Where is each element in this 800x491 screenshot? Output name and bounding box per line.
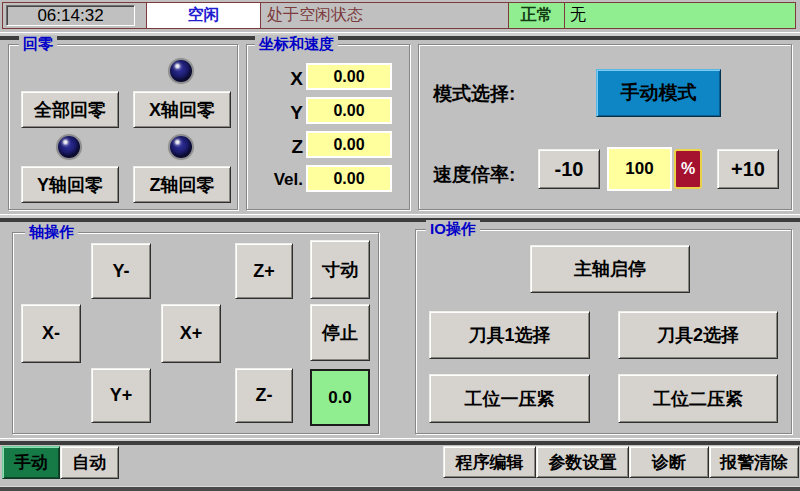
x-home-led-icon [168,58,194,84]
jog-x-plus-button[interactable]: X+ [161,304,221,363]
mode-select-label: 模式选择: [433,81,515,107]
axis-panel-title: 轴操作 [25,223,78,241]
jog-y-plus-button[interactable]: Y+ [91,368,151,423]
jog-x-minus-button[interactable]: X- [21,304,81,363]
home-y-button[interactable]: Y轴回零 [21,166,119,203]
y-axis-label: Y [269,102,303,124]
jog-z-plus-button[interactable]: Z+ [235,243,293,299]
io-panel-title: IO操作 [426,220,480,238]
jog-y-minus-button[interactable]: Y- [91,243,151,299]
divider-middle [0,214,800,222]
axis-panel: 轴操作 Y- Z+ 寸动 X- X+ 停止 Y+ Z- 0.0 [12,232,379,434]
spindle-toggle-button[interactable]: 主轴启停 [530,245,690,293]
home-z-button[interactable]: Z轴回零 [133,166,231,203]
machine-state-badge: 空闲 [146,3,261,28]
velocity-label: Vel. [249,170,303,190]
velocity-display: 0.00 [306,165,392,192]
jog-z-minus-button[interactable]: Z- [235,368,293,423]
z-home-led-icon [168,134,194,160]
home-x-button[interactable]: X轴回零 [133,91,231,128]
override-decrease-button[interactable]: -10 [538,149,600,189]
auto-mode-tab[interactable]: 自动 [60,446,119,479]
override-increase-button[interactable]: +10 [717,149,779,189]
coords-panel-title: 坐标和速度 [255,35,338,53]
speed-override-label: 速度倍率: [433,162,515,188]
io-panel: IO操作 主轴启停 刀具1选择 刀具2选择 工位一压紧 工位二压紧 [415,229,792,434]
alarm-state-badge: 正常 [508,3,565,28]
tool2-select-button[interactable]: 刀具2选择 [618,311,778,359]
divider-bottom [0,438,800,445]
x-position-display: 0.00 [306,63,392,90]
home-panel: 回零 全部回零 X轴回零 Y轴回零 Z轴回零 [8,44,238,210]
status-bar: 06:14:32 空闲 处于空闲状态 正常 无 [2,2,796,29]
home-all-button[interactable]: 全部回零 [21,91,119,128]
station2-clamp-button[interactable]: 工位二压紧 [618,374,778,423]
status-message: 处于空闲状态 [262,3,508,28]
jog-mode-button[interactable]: 寸动 [310,240,370,299]
tool1-select-button[interactable]: 刀具1选择 [429,311,590,359]
diagnosis-button[interactable]: 诊断 [629,446,709,478]
alarm-clear-button[interactable]: 报警清除 [709,446,799,478]
manual-mode-tab[interactable]: 手动 [2,446,60,479]
mode-panel: 模式选择: 手动模式 速度倍率: -10 100 % +10 [418,44,792,210]
bottom-edge [0,486,800,491]
clock-display: 06:14:32 [6,5,135,26]
stop-button[interactable]: 停止 [310,304,370,361]
coords-panel: 坐标和速度 X 0.00 Y 0.00 Z 0.00 Vel. 0.00 [246,44,410,210]
alarm-message: 无 [565,3,795,28]
y-home-led-icon [56,134,82,160]
hmi-screen: 06:14:32 空闲 处于空闲状态 正常 无 回零 全部回零 X轴回零 Y轴回… [0,0,800,491]
program-edit-button[interactable]: 程序编辑 [443,446,536,478]
jog-step-value[interactable]: 0.0 [310,369,370,426]
z-position-display: 0.00 [306,131,392,158]
divider-top [0,32,800,40]
x-axis-label: X [269,68,303,90]
y-position-display: 0.00 [306,97,392,124]
z-axis-label: Z [269,136,303,158]
override-value-display: 100 [607,147,672,191]
station1-clamp-button[interactable]: 工位一压紧 [429,374,590,423]
param-setting-button[interactable]: 参数设置 [536,446,629,478]
mode-button[interactable]: 手动模式 [596,69,721,117]
home-panel-title: 回零 [19,35,57,53]
percent-sign: % [674,149,702,189]
